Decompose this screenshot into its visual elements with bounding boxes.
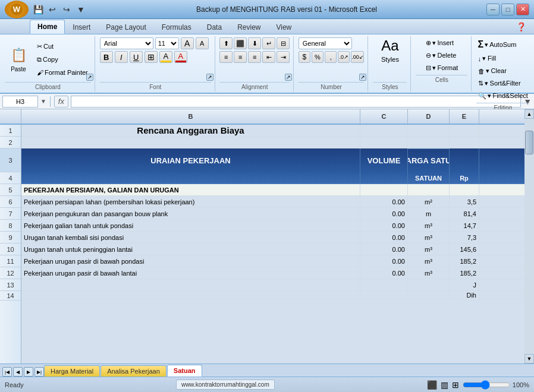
bold-button[interactable]: B bbox=[100, 51, 113, 63]
font-expand[interactable]: ↗ bbox=[206, 74, 213, 81]
font-name-select[interactable]: Arial bbox=[100, 37, 153, 49]
row-num-12[interactable]: 12 bbox=[0, 267, 21, 279]
align-left-button[interactable]: ≡ bbox=[219, 51, 233, 63]
cell-d10[interactable]: m³ bbox=[408, 244, 450, 255]
cell-c8[interactable]: 0.00 bbox=[360, 220, 408, 231]
paste-button[interactable]: 📋 Paste bbox=[5, 43, 32, 75]
cell-e13[interactable]: J bbox=[450, 279, 479, 290]
underline-button[interactable]: U bbox=[130, 51, 143, 63]
cell-b6[interactable]: Pekerjaan persiapan lahan (pembersihan l… bbox=[21, 196, 360, 207]
insert-cells-button[interactable]: ⊕ ▾ Insert bbox=[423, 37, 461, 49]
qat-more-button[interactable]: ▼ bbox=[75, 4, 87, 15]
formula-input[interactable] bbox=[71, 96, 521, 108]
insert-function-button[interactable]: fx bbox=[54, 96, 68, 108]
merge-center-button[interactable]: ⊟ bbox=[277, 37, 290, 49]
tab-review[interactable]: Review bbox=[230, 20, 268, 34]
sheet-tab-harga-material[interactable]: Harga Material bbox=[44, 365, 100, 377]
number-expand[interactable]: ↗ bbox=[359, 74, 366, 81]
cell-c11[interactable]: 0.00 bbox=[360, 255, 408, 267]
cell-e8[interactable]: 14,7 bbox=[450, 220, 479, 231]
cell-c14[interactable] bbox=[360, 291, 408, 299]
cell-e9[interactable]: 7,3 bbox=[450, 232, 479, 243]
cell-b7[interactable]: Pekerjaan pengukuran dan pasangan bouw p… bbox=[21, 208, 360, 219]
sheet-nav-prev[interactable]: ◀ bbox=[13, 367, 23, 377]
cell-c13[interactable] bbox=[360, 279, 408, 290]
cell-d6[interactable]: m² bbox=[408, 196, 450, 207]
row-num-10[interactable]: 10 bbox=[0, 244, 21, 255]
cell-b9[interactable]: Urugan tanah kembali sisi pondasi bbox=[21, 232, 360, 243]
fill-button[interactable]: ↓ ▾ Fill bbox=[475, 53, 531, 64]
italic-button[interactable]: I bbox=[115, 51, 128, 63]
cell-d7[interactable]: m bbox=[408, 208, 450, 219]
view-normal-button[interactable]: ⬛ bbox=[427, 380, 437, 390]
cell-c5[interactable] bbox=[360, 184, 408, 195]
clipboard-expand[interactable]: ↗ bbox=[86, 74, 93, 81]
row-num-13[interactable]: 13 bbox=[0, 279, 21, 291]
sheet-nav-next[interactable]: ▶ bbox=[24, 367, 33, 377]
cell-e4[interactable]: Rp bbox=[450, 172, 479, 184]
view-layout-button[interactable]: ▥ bbox=[441, 380, 448, 390]
table-row[interactable]: SATUAN Rp bbox=[21, 172, 524, 184]
zoom-slider[interactable] bbox=[463, 380, 510, 390]
col-header-d[interactable]: D bbox=[408, 109, 450, 124]
cell-d5[interactable] bbox=[408, 184, 450, 195]
currency-button[interactable]: $ bbox=[299, 51, 310, 63]
copy-button[interactable]: ⧉Copy bbox=[34, 54, 91, 65]
cell-b13[interactable] bbox=[21, 279, 360, 290]
align-center-button[interactable]: ≡ bbox=[234, 51, 247, 63]
cell-e2[interactable] bbox=[450, 137, 479, 148]
cell-e1[interactable] bbox=[450, 125, 479, 136]
decrease-decimal-button[interactable]: .00↙ bbox=[351, 51, 364, 63]
align-right-button[interactable]: ≡ bbox=[248, 51, 261, 63]
sum-button[interactable]: Σ ▾ AutoSum bbox=[475, 37, 531, 52]
maximize-button[interactable]: □ bbox=[501, 4, 514, 15]
cell-b4[interactable] bbox=[21, 172, 360, 184]
alignment-expand[interactable]: ↗ bbox=[285, 74, 292, 81]
cell-c12[interactable]: 0.00 bbox=[360, 267, 408, 279]
cell-b11[interactable]: Pekerjaan urugan pasir di bawah pondasi bbox=[21, 255, 360, 267]
tab-formulas[interactable]: Formulas bbox=[154, 20, 199, 34]
cell-c6[interactable]: 0.00 bbox=[360, 196, 408, 207]
fill-color-button[interactable]: A bbox=[159, 51, 172, 63]
cell-c2[interactable] bbox=[360, 137, 408, 148]
col-header-c[interactable]: C bbox=[360, 109, 408, 124]
increase-font-button[interactable]: A bbox=[181, 37, 194, 49]
table-row[interactable]: URAIAN PEKERJAAN VOLUME HARGA SATUA bbox=[21, 148, 524, 172]
table-row[interactable]: Pekerjaan pengukuran dan pasangan bouw p… bbox=[21, 208, 524, 220]
col-header-e[interactable]: E bbox=[450, 109, 479, 124]
col-header-b[interactable]: B bbox=[21, 109, 360, 124]
cell-b1[interactable]: Rencana Anggaran Biaya bbox=[21, 125, 360, 136]
save-button[interactable]: 💾 bbox=[32, 4, 44, 15]
cell-b2[interactable] bbox=[21, 137, 360, 148]
font-color-button[interactable]: A bbox=[174, 51, 187, 63]
cell-b3[interactable]: URAIAN PEKERJAAN bbox=[21, 148, 360, 172]
cell-d14[interactable] bbox=[408, 291, 450, 299]
row-num-9[interactable]: 9 bbox=[0, 232, 21, 244]
font-size-select[interactable]: 11 bbox=[155, 37, 179, 49]
row-num-6[interactable]: 6 bbox=[0, 196, 21, 208]
align-middle-button[interactable]: ⬛ bbox=[234, 37, 247, 49]
cell-e6[interactable]: 3,5 bbox=[450, 196, 479, 207]
row-num-11[interactable]: 11 bbox=[0, 255, 21, 267]
table-row[interactable]: Pekerjaan galian tanah untuk pondasi 0.0… bbox=[21, 220, 524, 232]
cell-d3[interactable]: HARGA SATUA bbox=[408, 148, 450, 172]
cell-e11[interactable]: 185,2 bbox=[450, 255, 479, 267]
cell-d1[interactable] bbox=[408, 125, 450, 136]
table-row[interactable] bbox=[21, 137, 524, 148]
row-num-7[interactable]: 7 bbox=[0, 208, 21, 220]
tab-home[interactable]: Home bbox=[30, 20, 65, 34]
delete-cells-button[interactable]: ⊖ ▾ Delete bbox=[423, 50, 461, 61]
cell-b14[interactable] bbox=[21, 291, 360, 299]
view-break-button[interactable]: ⊞ bbox=[452, 380, 459, 390]
cell-b5[interactable]: PEKERJAAN PERSIAPAN, GALIAN DAN URUGAN bbox=[21, 184, 360, 195]
undo-button[interactable]: ↩ bbox=[46, 4, 58, 15]
office-button[interactable]: W bbox=[5, 1, 29, 18]
cell-e5[interactable] bbox=[450, 184, 479, 195]
table-row[interactable]: Pekerjaan persiapan lahan (pembersihan l… bbox=[21, 196, 524, 208]
cell-d12[interactable]: m³ bbox=[408, 267, 450, 279]
clear-button[interactable]: 🗑 ▾ Clear bbox=[475, 65, 531, 77]
row-num-1[interactable]: 1 bbox=[0, 125, 21, 137]
cell-c3[interactable]: VOLUME bbox=[360, 148, 408, 172]
increase-decimal-button[interactable]: .0↗ bbox=[338, 51, 350, 63]
table-row[interactable]: Pekerjaan urugan pasir di bawah pondasi … bbox=[21, 255, 524, 267]
